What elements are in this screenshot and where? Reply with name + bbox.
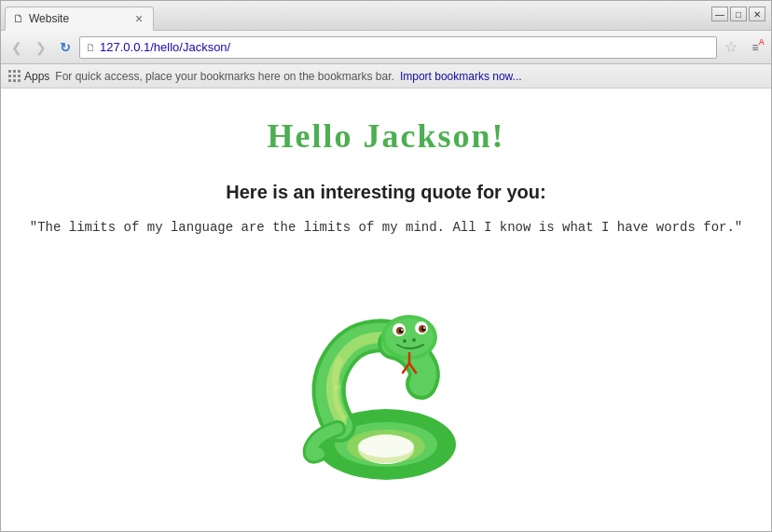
browser-window: 🗋 Website × — □ ✕ ❮ ❯ ↻ 🗋 127.0.0.1/hell… bbox=[0, 0, 772, 532]
bookmark-button[interactable]: ☆ bbox=[721, 37, 741, 58]
browser-tab[interactable]: 🗋 Website × bbox=[5, 7, 154, 31]
menu-icon: ≡ bbox=[751, 41, 758, 54]
refresh-icon: ↻ bbox=[60, 40, 71, 55]
page-content: Hello Jackson! Here is an interesting qu… bbox=[1, 89, 771, 531]
bookmarks-bar: Apps For quick access, place your bookma… bbox=[1, 64, 771, 89]
svg-point-12 bbox=[423, 327, 425, 329]
maximize-button[interactable]: □ bbox=[730, 7, 747, 21]
chrome-menu-button[interactable]: ≡ A bbox=[745, 37, 765, 58]
tab-title: Website bbox=[29, 12, 127, 25]
quote-intro: Here is an interesting quote for you: bbox=[226, 182, 545, 203]
quote-text: "The limits of my language are the limit… bbox=[30, 220, 743, 235]
apps-button[interactable]: Apps bbox=[8, 70, 49, 83]
window-controls: — □ ✕ bbox=[711, 7, 765, 21]
apps-grid-icon bbox=[8, 70, 21, 83]
page-icon: 🗋 bbox=[86, 42, 96, 53]
svg-point-13 bbox=[403, 339, 407, 343]
refresh-button[interactable]: ↻ bbox=[55, 37, 76, 58]
tab-page-icon: 🗋 bbox=[13, 12, 24, 25]
nav-bar: ❮ ❯ ↻ 🗋 127.0.0.1/hello/Jackson/ ☆ ≡ A bbox=[1, 31, 771, 64]
back-button[interactable]: ❮ bbox=[7, 37, 27, 58]
address-bar[interactable]: 🗋 127.0.0.1/hello/Jackson/ bbox=[79, 36, 717, 59]
title-bar: 🗋 Website × — □ ✕ bbox=[1, 1, 771, 31]
menu-badge: A bbox=[759, 37, 765, 47]
address-url: 127.0.0.1/hello/Jackson/ bbox=[100, 40, 230, 54]
apps-label: Apps bbox=[24, 70, 49, 83]
svg-point-14 bbox=[412, 338, 416, 342]
star-icon: ☆ bbox=[724, 38, 738, 56]
snake-image bbox=[283, 263, 489, 486]
forward-icon: ❯ bbox=[35, 40, 47, 55]
bookmarks-hint: For quick access, place your bookmarks h… bbox=[55, 70, 394, 83]
tab-close-button[interactable]: × bbox=[132, 12, 145, 25]
forward-button[interactable]: ❯ bbox=[31, 37, 51, 58]
minimize-button[interactable]: — bbox=[711, 7, 728, 21]
svg-point-19 bbox=[358, 435, 414, 457]
back-icon: ❮ bbox=[11, 40, 22, 55]
import-bookmarks-link[interactable]: Import bookmarks now... bbox=[400, 70, 522, 83]
hello-heading: Hello Jackson! bbox=[267, 116, 504, 156]
svg-point-11 bbox=[401, 329, 403, 331]
close-button[interactable]: ✕ bbox=[749, 7, 765, 21]
